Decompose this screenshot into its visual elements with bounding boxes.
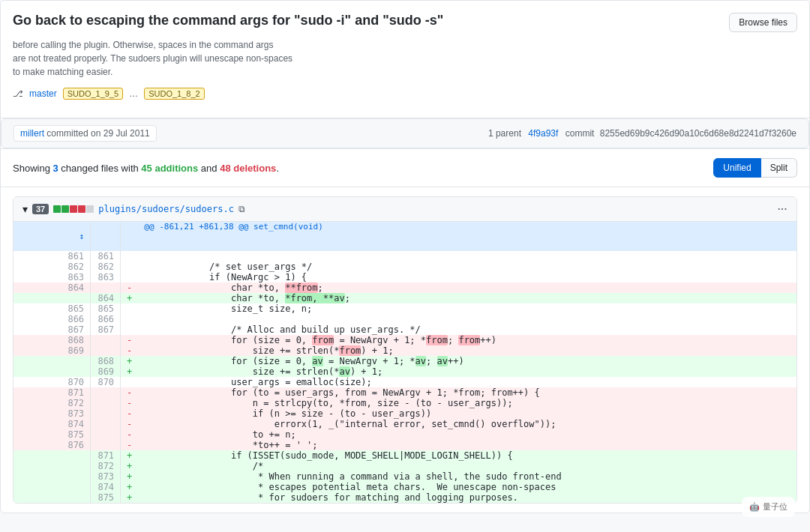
line-sign <box>121 377 139 387</box>
copy-icon[interactable]: ⧉ <box>238 204 245 214</box>
line-sign: - <box>121 398 139 408</box>
line-num-new: 868 <box>91 356 121 366</box>
dots-separator: … <box>129 88 138 99</box>
split-view-button[interactable]: Split <box>761 158 797 178</box>
table-row: 871 - for (to = user_args, from = NewArg… <box>14 387 796 398</box>
line-num-old: 867 <box>14 324 91 335</box>
line-num-new: 865 <box>91 303 121 314</box>
showing-label: Showing <box>13 163 50 174</box>
line-sign: + <box>121 492 139 503</box>
line-num-old: 872 <box>14 398 91 408</box>
commit-header: Go back to escaping the command args for… <box>1 1 809 118</box>
line-num-new: 871 <box>91 450 121 461</box>
table-row: 862 862 /* set user_args */ <box>14 262 796 272</box>
line-code: * When running a command via a shell, th… <box>138 471 796 482</box>
line-num-old: 864 <box>14 282 91 293</box>
diff-table: ↕ @@ -861,21 +861,38 @@ set_cmnd(void) 8… <box>14 222 796 503</box>
line-num-new <box>91 429 121 440</box>
line-num-new <box>91 387 121 398</box>
bar-del-1 <box>70 205 77 213</box>
file-header: ▾ 37 plugins/sudoers/sudoers.c ⧉ ··· <box>14 197 796 222</box>
line-sign: + <box>121 366 139 377</box>
line-num-new <box>91 345 121 356</box>
committer-link[interactable]: millert <box>20 128 44 139</box>
line-sign: - <box>121 440 139 450</box>
hunk-code: @@ -861,21 +861,38 @@ set_cmnd(void) <box>138 222 796 251</box>
expand-collapse-icon[interactable]: ▾ <box>22 203 28 215</box>
line-num-old: 865 <box>14 303 91 314</box>
table-row: 866 866 <box>14 314 796 324</box>
line-sign: + <box>121 356 139 366</box>
line-num-old <box>14 492 91 503</box>
line-num-new <box>91 408 121 419</box>
parent-hash[interactable]: 4f9a93f <box>528 128 558 139</box>
line-num-old: 870 <box>14 377 91 387</box>
line-num-old <box>14 450 91 461</box>
line-num-old: 863 <box>14 272 91 282</box>
changed-count: 3 <box>53 163 58 174</box>
line-code: * escapes potential meta chars. We unesc… <box>138 482 796 492</box>
hunk-line-num-old: ↕ <box>14 222 91 251</box>
table-row: 869 - size += strlen(*from) + 1; <box>14 345 796 356</box>
line-code: if (ISSET(sudo_mode, MODE_SHELL|MODE_LOG… <box>138 450 796 461</box>
line-sign <box>121 303 139 314</box>
table-row: 870 870 user_args = emalloc(size); <box>14 377 796 387</box>
bar-del-2 <box>78 205 86 213</box>
line-code: *to++ = ' '; <box>138 440 796 450</box>
line-code: size += strlen(*av) + 1; <box>138 366 796 377</box>
table-row: 875 - to += n; <box>14 429 796 440</box>
watermark-text: 量子位 <box>763 501 788 513</box>
line-code: size_t size, n; <box>138 303 796 314</box>
line-code: /* set user_args */ <box>138 262 796 272</box>
line-num-new: 864 <box>91 293 121 303</box>
line-code: char *to, *from, **av; <box>138 293 796 303</box>
table-row: 867 867 /* Alloc and build up user_args.… <box>14 324 796 335</box>
line-code: to += n; <box>138 429 796 440</box>
line-sign: - <box>121 429 139 440</box>
committed-text: committed on 29 Jul 2011 <box>46 128 149 139</box>
line-num-new: 875 <box>91 492 121 503</box>
additions-label: 45 additions <box>141 163 198 174</box>
line-num-old: 869 <box>14 345 91 356</box>
commit-description: before calling the plugin. Otherwise, sp… <box>13 38 797 79</box>
line-sign: - <box>121 387 139 398</box>
diff-bar <box>53 205 94 213</box>
line-num-new: 861 <box>91 251 121 262</box>
line-num-old: 876 <box>14 440 91 450</box>
table-row: 864 + char *to, *from, **av; <box>14 293 796 303</box>
table-row: 872 - n = strlcpy(to, *from, size - (to … <box>14 398 796 408</box>
expand-icon[interactable]: ↕ <box>79 232 84 241</box>
line-num-old <box>14 293 91 303</box>
table-row: 873 - if (n >= size - (to - user_args)) <box>14 408 796 419</box>
line-code: size += strlen(*from) + 1; <box>138 345 796 356</box>
line-num-old: 866 <box>14 314 91 324</box>
line-num-old <box>14 356 91 366</box>
file-diff: ▾ 37 plugins/sudoers/sudoers.c ⧉ ··· <box>13 196 797 504</box>
desc-line-3: to make matching easier. <box>13 65 797 79</box>
line-sign: - <box>121 282 139 293</box>
line-num-new <box>91 335 121 345</box>
commit-title: Go back to escaping the command args for… <box>13 13 443 28</box>
line-sign: + <box>121 461 139 471</box>
table-row: 868 + for (size = 0, av = NewArgv + 1; *… <box>14 356 796 366</box>
table-row: 863 863 if (NewArgc > 1) { <box>14 272 796 282</box>
file-path[interactable]: plugins/sudoers/sudoers.c <box>98 204 234 214</box>
commit-meta-row: millert committed on 29 Jul 2011 1 paren… <box>1 118 809 148</box>
bar-neutral-1 <box>86 205 94 213</box>
line-num-new <box>91 398 121 408</box>
line-sign: - <box>121 408 139 419</box>
line-sign: - <box>121 335 139 345</box>
unified-view-button[interactable]: Unified <box>713 158 760 178</box>
line-code: /* <box>138 461 796 471</box>
hunk-sign <box>121 222 139 251</box>
table-row: 864 - char *to, **from; <box>14 282 796 293</box>
browse-files-button[interactable]: Browse files <box>729 13 797 32</box>
watermark-emoji: 🤖 <box>749 502 760 512</box>
table-row: 869 + size += strlen(*av) + 1; <box>14 366 796 377</box>
line-code: user_args = emalloc(size); <box>138 377 796 387</box>
tag-badge-2: SUDO_1_8_2 <box>144 88 205 100</box>
more-options-icon[interactable]: ··· <box>778 204 788 214</box>
line-code: for (size = 0, av = NewArgv + 1; *av; av… <box>138 356 796 366</box>
committer-box: millert committed on 29 Jul 2011 <box>14 125 157 142</box>
branch-name[interactable]: master <box>29 88 57 99</box>
